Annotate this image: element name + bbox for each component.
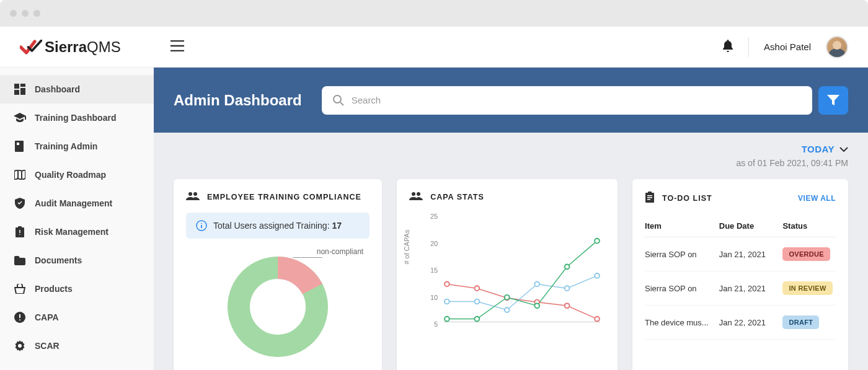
svg-point-34: [565, 264, 570, 269]
svg-point-30: [445, 317, 450, 322]
compliance-card: EMPLOYEE TRAINING COMPLIANCE Total Users…: [174, 179, 382, 370]
search-icon: [333, 95, 344, 106]
search-input[interactable]: [352, 95, 801, 105]
table-header: Item Due Date Status: [645, 215, 836, 237]
menu-toggle-button[interactable]: [170, 40, 184, 54]
sidebar-item-quality-roadmap[interactable]: Quality Roadmap: [0, 161, 154, 189]
bell-icon: [722, 40, 733, 52]
basket-icon: [14, 283, 26, 295]
window-dot: [22, 10, 29, 17]
svg-point-32: [505, 295, 510, 300]
browser-chrome: [0, 0, 868, 27]
svg-rect-5: [17, 143, 19, 145]
sidebar-item-training-dashboard[interactable]: Training Dashboard: [0, 104, 154, 132]
info-icon: [196, 220, 207, 231]
asof-timestamp: as of 01 Feb 2021, 09:41 PM: [154, 158, 868, 179]
row-due: Jan 21, 2021: [719, 250, 783, 259]
sidebar-item-label: Documents: [35, 255, 82, 265]
chevron-down-icon: [839, 147, 848, 152]
window-dot: [10, 10, 17, 17]
svg-point-24: [445, 299, 450, 304]
today-label: TODAY: [802, 144, 835, 154]
graduation-icon: [14, 112, 26, 124]
svg-point-23: [595, 317, 600, 322]
col-due: Due Date: [719, 221, 783, 231]
svg-rect-39: [647, 197, 652, 198]
book-icon: [14, 140, 26, 152]
table-row[interactable]: The device mus... Jan 22, 2021 DRAFT: [645, 306, 836, 340]
row-item: The device mus...: [645, 318, 719, 327]
folder-icon: [14, 254, 26, 266]
sidebar-item-audit[interactable]: Audit Management: [0, 189, 154, 218]
sidebar-item-label: SCAR: [35, 341, 60, 351]
line-plot: [444, 215, 600, 323]
sidebar-item-training-admin[interactable]: Training Admin: [0, 132, 154, 161]
sidebar-item-label: Training Dashboard: [35, 113, 116, 123]
date-selector[interactable]: TODAY: [154, 133, 868, 158]
svg-point-18: [445, 282, 450, 287]
view-all-link[interactable]: VIEW ALL: [798, 194, 836, 203]
row-due: Jan 21, 2021: [719, 284, 783, 293]
card-title: EMPLOYEE TRAINING COMPLIANCE: [207, 193, 361, 201]
search-box[interactable]: [322, 86, 812, 115]
sidebar-item-label: Audit Management: [35, 198, 112, 208]
sidebar-item-label: Risk Management: [35, 227, 108, 237]
sidebar-item-products[interactable]: Products: [0, 275, 154, 303]
svg-rect-7: [18, 226, 22, 229]
sidebar-item-dashboard[interactable]: Dashboard: [0, 75, 154, 104]
svg-point-28: [565, 286, 570, 291]
sidebar-item-label: Products: [35, 284, 73, 294]
sidebar-item-label: Dashboard: [35, 84, 80, 94]
hamburger-icon: [170, 40, 184, 51]
svg-point-31: [475, 317, 480, 322]
svg-rect-1: [20, 84, 25, 87]
col-status: Status: [782, 221, 836, 231]
brand-name-1: Sierra: [45, 38, 87, 55]
status-badge: DRAFT: [782, 315, 819, 329]
col-item: Item: [645, 221, 719, 231]
banner-count: 17: [332, 221, 342, 231]
alert-circle-icon: [14, 311, 26, 324]
page-title: Admin Dashboard: [174, 92, 302, 109]
table-row[interactable]: Sierra SOP on Jan 21, 2021 IN REVIEW: [645, 271, 836, 306]
brand-name-2: QMS: [87, 38, 121, 55]
y-tick: 25: [427, 213, 438, 220]
svg-point-16: [417, 192, 420, 196]
svg-point-35: [595, 239, 600, 244]
page-header: Admin Dashboard: [154, 68, 868, 133]
svg-point-29: [595, 273, 600, 278]
y-axis-label: # of CAPAs: [403, 230, 410, 265]
brand-logo: SierraQMS: [20, 38, 121, 56]
sidebar-item-capa[interactable]: CAPA: [0, 303, 154, 332]
status-badge: IN REVIEW: [782, 281, 832, 295]
svg-point-15: [412, 192, 415, 196]
noncompliant-label: non-compliant: [317, 247, 363, 256]
svg-rect-3: [14, 90, 19, 95]
sidebar-item-risk[interactable]: Risk Management: [0, 218, 154, 246]
filter-button[interactable]: [818, 86, 848, 115]
sidebar-item-scar[interactable]: SCAR: [0, 332, 154, 360]
row-item: Sierra SOP on: [645, 250, 719, 259]
username-label: Ashoi Patel: [764, 42, 811, 52]
banner-text: Total Users assigned Training:: [213, 221, 332, 231]
sidebar-item-label: CAPA: [35, 312, 59, 322]
todo-table: Item Due Date Status Sierra SOP on Jan 2…: [645, 215, 836, 340]
svg-point-19: [475, 286, 480, 291]
table-row[interactable]: Sierra SOP on Jan 21, 2021 OVERDUE: [645, 237, 836, 271]
svg-point-10: [334, 95, 341, 103]
sidebar-item-documents[interactable]: Documents: [0, 246, 154, 275]
svg-rect-4: [15, 141, 24, 152]
training-count-banner: Total Users assigned Training: 17: [186, 213, 370, 239]
window-dot: [33, 10, 40, 17]
svg-point-26: [505, 307, 510, 312]
capa-line-chart: # of CAPAs 25 20 15 10 5: [409, 213, 605, 337]
card-title: CAPA STATS: [430, 193, 484, 201]
y-axis: 25 20 15 10 5: [427, 213, 438, 328]
user-avatar[interactable]: [826, 36, 848, 58]
notifications-button[interactable]: [722, 40, 733, 55]
header-divider: [748, 37, 749, 57]
svg-rect-38: [647, 195, 652, 196]
svg-point-12: [193, 192, 197, 196]
compliance-donut-chart: [216, 251, 340, 363]
svg-point-33: [534, 303, 539, 308]
